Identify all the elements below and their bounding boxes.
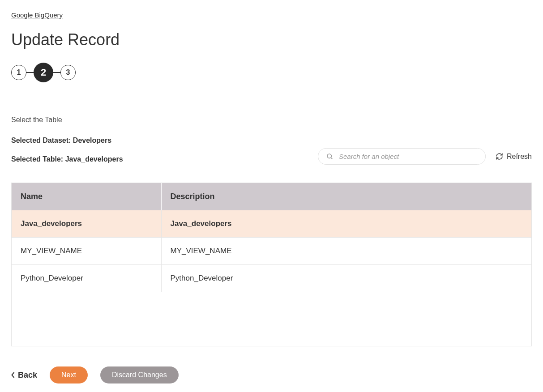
svg-point-0 — [327, 154, 331, 158]
step-2[interactable]: 2 — [34, 63, 53, 82]
selected-dataset-label: Selected Dataset: Developers — [11, 136, 532, 145]
refresh-button[interactable]: Refresh — [496, 153, 532, 161]
step-1[interactable]: 1 — [11, 65, 26, 80]
search-box[interactable] — [318, 148, 486, 165]
back-button[interactable]: Back — [11, 371, 37, 380]
search-icon — [326, 153, 333, 160]
cell-name: Java_developers — [12, 210, 161, 238]
stepper: 1 2 3 — [11, 63, 532, 82]
footer-buttons: Back Next Discard Changes — [11, 366, 532, 383]
column-header-description: Description — [161, 183, 531, 210]
cell-name: Python_Developer — [12, 265, 161, 292]
cell-description: Java_developers — [161, 210, 531, 238]
table-row[interactable]: Python_DeveloperPython_Developer — [12, 265, 531, 292]
search-input[interactable] — [339, 153, 477, 160]
cell-description: MY_VIEW_NAME — [161, 238, 531, 265]
step-connector — [53, 72, 60, 73]
table-row[interactable]: Java_developersJava_developers — [12, 210, 531, 238]
table-empty-area — [12, 292, 531, 346]
refresh-label: Refresh — [507, 153, 532, 161]
next-button[interactable]: Next — [50, 366, 88, 383]
step-3[interactable]: 3 — [60, 65, 76, 80]
svg-line-1 — [331, 158, 332, 159]
back-label: Back — [18, 371, 37, 380]
objects-table: Name Description Java_developersJava_dev… — [12, 183, 531, 292]
column-header-name: Name — [12, 183, 161, 210]
cell-description: Python_Developer — [161, 265, 531, 292]
cell-name: MY_VIEW_NAME — [12, 238, 161, 265]
discard-button[interactable]: Discard Changes — [100, 366, 179, 383]
refresh-icon — [496, 153, 503, 160]
breadcrumb-link[interactable]: Google BigQuery — [11, 11, 63, 19]
step-connector — [26, 72, 34, 73]
page-title: Update Record — [11, 30, 532, 49]
table-container: Name Description Java_developersJava_dev… — [11, 183, 532, 346]
chevron-left-icon — [11, 372, 15, 378]
section-label: Select the Table — [11, 116, 532, 124]
table-row[interactable]: MY_VIEW_NAMEMY_VIEW_NAME — [12, 238, 531, 265]
